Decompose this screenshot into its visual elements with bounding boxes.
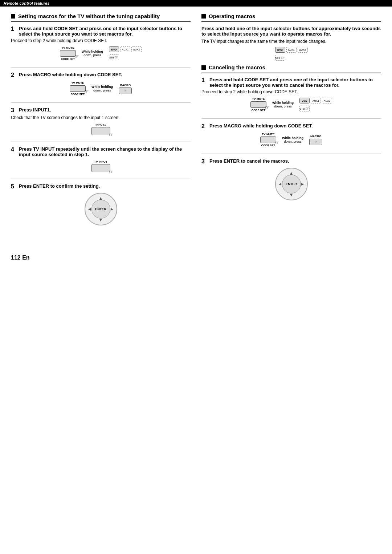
code-set-label: CODE SET: [61, 57, 75, 61]
stb-btn: STB ☞: [109, 54, 119, 60]
cancel2-tv-mute-btn: ☞: [260, 137, 276, 143]
input1-finger-icon: ☞: [109, 132, 114, 138]
op-selector-col: DVD AUX1 AUX2 STB ☞: [275, 47, 308, 61]
cancel-step-3-block: 3 Press ENTER to cancel the macros. ▲ ▼ …: [201, 158, 381, 207]
aux1-btn: AUX1: [120, 46, 130, 52]
cancel-step-2-diagram: TV MUTE ☞ CODE SET While holding down, p…: [201, 133, 381, 147]
dvd-btn: DVD: [109, 46, 119, 52]
aux2-btn: AUX2: [131, 46, 142, 52]
operating-title-text: Operating macros: [209, 13, 255, 19]
step-3-block: 3 Press INPUT1. Check that the TV screen…: [11, 107, 191, 142]
step-1-header: 1 Press and hold CODE SET and press one …: [11, 26, 191, 37]
cancel2-holding-label: While holding down, press: [282, 136, 303, 143]
cancel2-down-press: down, press: [284, 140, 302, 143]
step-4-block: 4 Press TV INPUT repeatedly until the sc…: [11, 146, 191, 179]
cancel2-macro-group: MACRO ☞: [309, 135, 322, 145]
op-aux2-btn: AUX2: [298, 47, 308, 53]
top-selector-row: DVD AUX1 AUX2: [109, 46, 142, 52]
step-2-block: 2 Press MACRO while holding down CODE SE…: [11, 72, 191, 103]
canceling-title-text: Canceling the macros: [209, 64, 265, 70]
page-number: 112 En: [0, 254, 392, 261]
cancel-while-holding: While holding: [272, 101, 294, 105]
cancel-stb-btn: STB ☞: [299, 106, 310, 111]
cancel-step-1-text: Press and hold CODE SET and press one of…: [209, 77, 381, 88]
cancel-tv-mute-btn: ☞: [250, 101, 266, 108]
enter-circle-right: ▲ ▼ ◄ ► ENTER: [201, 168, 381, 200]
operating-macros-section: Operating macros Press and hold one of t…: [201, 13, 381, 61]
step-1-text: Press and hold CODE SET and press one of…: [19, 26, 191, 37]
op-aux1-btn: AUX1: [286, 47, 297, 53]
step-2-text: Press MACRO while holding down CODE SET.: [19, 72, 122, 78]
operating-sub: The TV input changes at the same time th…: [201, 39, 381, 44]
enter-arrow-left: ◄: [87, 207, 92, 212]
enter-arrow-right: ►: [110, 207, 114, 212]
cancel-step-1-header: 1 Press and hold CODE SET and press one …: [201, 77, 381, 88]
op-top-row: DVD AUX1 AUX2: [275, 47, 308, 53]
finger-icon: ☞: [74, 53, 79, 59]
step-5-block: 5 Press ENTER to confirm the setting. ▲ …: [11, 183, 191, 232]
stb-finger-icon: ☞: [115, 55, 119, 60]
step-3-header: 3 Press INPUT1.: [11, 107, 191, 114]
operating-intro: Press and hold one of the input selector…: [201, 26, 381, 37]
input1-btn: ☞: [91, 127, 110, 135]
enter-circle-btn: ▲ ▼ ◄ ► ENTER: [85, 193, 117, 225]
tv-input-btn: ☞: [91, 164, 110, 172]
cancel2-macro-finger: ☞: [315, 140, 317, 143]
cancel-stb-finger: ☞: [305, 106, 309, 111]
tv-input-btn-group: TV INPUT ☞: [91, 160, 110, 172]
left-section-title: Setting macros for the TV without the tu…: [11, 13, 191, 19]
tv-input-label: TV INPUT: [94, 160, 107, 163]
step2-finger-icon: ☞: [84, 89, 89, 94]
enter-circle-left: ▲ ▼ ◄ ► ENTER: [11, 193, 191, 225]
step-3-sub: Check that the TV screen changes to the …: [11, 115, 191, 120]
cancel-tv-mute-group: TV MUTE ☞ CODE SET: [250, 97, 266, 112]
holding-label-group: While holding down, press: [82, 50, 103, 57]
cancel-aux2-btn: AUX2: [322, 98, 332, 103]
cancel2-while-holding: While holding: [282, 136, 303, 140]
cancel-step-1-sub: Proceed to step 2 while holding down COD…: [201, 89, 381, 94]
step-3-text: Press INPUT1.: [19, 107, 51, 114]
input1-label: INPUT1: [95, 123, 106, 126]
cancel2-tv-mute-label: TV MUTE: [262, 133, 274, 136]
canceling-title: Canceling the macros: [201, 64, 381, 70]
macro-btn-group: MACRO ☞: [119, 83, 132, 94]
section-divider: [11, 21, 191, 22]
while-holding-text: While holding: [82, 50, 103, 53]
op-stb-finger-icon: ☞: [281, 55, 285, 60]
step2-tv-mute-group: TV MUTE ☞ CODE SET: [70, 81, 86, 96]
step-5-text: Press ENTER to confirm the setting.: [19, 183, 100, 190]
cancel-tv-mute-label: TV MUTE: [252, 97, 265, 101]
operating-square-icon: [201, 14, 206, 19]
macro-finger-icon: ☞: [124, 89, 127, 92]
canceling-divider: [201, 73, 381, 73]
tv-mute-btn: ☞: [60, 50, 76, 57]
cancel2-tv-mute-group: TV MUTE ☞ CODE SET: [260, 133, 276, 147]
operating-selector-diagram: DVD AUX1 AUX2 STB ☞: [201, 47, 381, 61]
tv-input-diagram: TV INPUT ☞: [11, 160, 191, 172]
step-2-header: 2 Press MACRO while holding down CODE SE…: [11, 72, 191, 78]
step2-holding-label: While holding down, press: [91, 85, 113, 92]
selector-btns-group: DVD AUX1 AUX2 STB ☞: [109, 46, 142, 60]
operating-title: Operating macros: [201, 13, 381, 19]
cancel2-macro-label: MACRO: [310, 135, 321, 138]
macro-btn: ☞: [119, 87, 132, 94]
step-4-header: 4 Press TV INPUT repeatedly until the sc…: [11, 146, 191, 157]
right-column: Operating macros Press and hold one of t…: [201, 13, 381, 236]
cancel-enter-arrow-right: ►: [301, 182, 305, 187]
cancel2-code-set-label: CODE SET: [261, 144, 275, 147]
tv-input-finger-icon: ☞: [109, 169, 114, 175]
header-label: Remote control features: [4, 1, 50, 5]
step-1-block: 1 Press and hold CODE SET and press one …: [11, 26, 191, 68]
step-1-sub: Proceed to step 2 while holding down COD…: [11, 38, 191, 43]
step-2-diagram: TV MUTE ☞ CODE SET While holding down, p…: [11, 81, 191, 96]
enter-center-btn: ENTER: [91, 200, 110, 219]
cancel-holding-label: While holding down, press: [272, 101, 294, 108]
left-column: Setting macros for the TV without the tu…: [11, 13, 191, 236]
cancel-down-press: down, press: [274, 105, 292, 108]
section-square-icon: [11, 14, 15, 19]
cancel-enter-center-btn: ENTER: [282, 175, 301, 194]
cancel-step-2-text: Press MACRO while holding down CODE SET.: [209, 123, 313, 130]
cancel-finger-icon: ☞: [265, 105, 270, 110]
macro-label: MACRO: [120, 83, 131, 87]
operating-divider: [201, 21, 381, 22]
